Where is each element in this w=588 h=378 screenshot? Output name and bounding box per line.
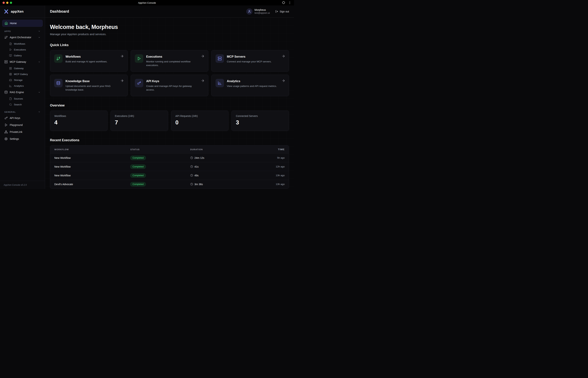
workflow-name: New Workflow	[54, 156, 130, 159]
log-out-icon	[275, 10, 278, 13]
arrow-right-icon	[120, 54, 124, 58]
workflow-name: New Workflow	[54, 165, 130, 168]
sidebar-item-label: Gallery	[14, 54, 22, 57]
sidebar-item-privatelink[interactable]: PrivateLink	[2, 128, 43, 135]
logo-text: appXen	[11, 10, 24, 14]
arrow-right-icon	[201, 54, 204, 58]
file-text-icon	[9, 42, 12, 45]
table-icon	[9, 73, 12, 76]
page-header: Dashboard Morpheus test@appxen.ai	[45, 5, 294, 18]
recent-executions-title: Recent Executions	[50, 138, 289, 142]
quick-link-card-analytics[interactable]: Analytics View usage patterns and API re…	[211, 75, 289, 96]
sidebar-group-label: RAG Engine	[10, 91, 24, 94]
sidebar-item-gallery[interactable]: Gallery	[2, 53, 43, 58]
window-title: AppXen Console	[138, 1, 156, 4]
duration-value: 41s	[194, 165, 199, 168]
close-window-button[interactable]	[2, 2, 5, 4]
stat-card-workflows: Workflows 4	[50, 110, 107, 131]
time-ago: 13h ago	[255, 174, 285, 177]
user-profile[interactable]: Morpheus test@appxen.ai	[246, 8, 270, 15]
sidebar-item-home[interactable]: Home	[2, 20, 43, 27]
quick-link-card-mcp-servers[interactable]: MCP Servers Connect and manage your MCP …	[211, 50, 289, 72]
sidebar-nav: Home APPS Agent Orchestrator	[0, 18, 45, 181]
zoom-window-button[interactable]	[10, 2, 12, 4]
file-icon	[9, 97, 12, 100]
stat-value: 3	[236, 119, 285, 126]
table-row[interactable]: New Workflow Completed 24m 12s 5h ago	[50, 153, 289, 162]
stat-value: 0	[175, 119, 224, 126]
stat-card-connected-servers: Connected Servers 3	[231, 110, 289, 131]
sidebar-item-storage[interactable]: Storage	[2, 77, 43, 83]
arrow-right-icon	[281, 54, 285, 58]
arrow-right-icon	[201, 79, 204, 82]
card-title: Workflows	[66, 55, 113, 58]
bar-chart-icon	[9, 84, 12, 87]
sidebar-item-label: Executions	[14, 48, 26, 51]
sidebar-item-settings[interactable]: Settings	[2, 135, 43, 142]
stat-label: Connected Servers	[236, 115, 285, 118]
table-row[interactable]: Devil's Advocate Completed 3m 36s 13h ag…	[50, 180, 289, 189]
minimize-window-button[interactable]	[6, 2, 8, 4]
quick-link-card-executions[interactable]: Executions Monitor running and completed…	[131, 50, 208, 72]
server-icon	[4, 60, 8, 64]
stat-card-executions-24h: Executions (24h) 7	[110, 110, 168, 131]
clock-icon	[190, 174, 193, 177]
quick-link-card-workflows[interactable]: Workflows Build and manage AI agent work…	[50, 50, 128, 72]
database-icon	[54, 79, 63, 87]
sidebar-item-label: Workflows	[14, 42, 25, 45]
status-badge: Completed	[130, 173, 146, 178]
duration-value: 49s	[194, 174, 199, 177]
recent-executions-table: WORKFLOW STATUS DURATION TIME New Workfl…	[50, 145, 289, 189]
clock-icon	[190, 183, 193, 186]
sidebar-group-rag-engine[interactable]: RAG Engine	[2, 89, 43, 96]
dashboard-content[interactable]: Welcome back, Morpheus Manage your AppXe…	[45, 18, 294, 189]
quick-link-card-api-keys[interactable]: API Keys Create and manage API keys for …	[131, 75, 208, 96]
stat-value: 4	[54, 119, 103, 126]
table-header-row: WORKFLOW STATUS DURATION TIME	[50, 146, 289, 153]
sidebar-footer: AppXen Console v0.2.0	[0, 181, 45, 189]
key-icon	[4, 116, 8, 120]
sign-out-button[interactable]: Sign out	[275, 10, 289, 13]
avatar	[246, 8, 253, 15]
network-icon	[4, 130, 8, 134]
card-title: MCP Servers	[227, 55, 277, 58]
arrow-right-icon	[281, 79, 285, 82]
search-icon	[9, 103, 12, 106]
card-title: Executions	[146, 55, 204, 58]
card-description: View usage patterns and API request metr…	[227, 84, 282, 88]
browser-menu-kebab-icon[interactable]	[288, 1, 292, 4]
sidebar-item-sources[interactable]: Sources	[2, 96, 43, 102]
sidebar-item-gateway[interactable]: Gateway	[2, 65, 43, 71]
workflow-name: Devil's Advocate	[54, 183, 130, 186]
page-title: Dashboard	[50, 9, 69, 14]
settings-gear-icon	[4, 137, 8, 140]
sidebar-group-agent-orchestrator[interactable]: Agent Orchestrator	[2, 34, 43, 41]
sidebar-item-search[interactable]: Search	[2, 102, 43, 108]
bar-chart-icon	[215, 79, 224, 87]
sidebar-group-mcp-gateway[interactable]: MCP Gateway	[2, 58, 43, 65]
sidebar-item-api-keys[interactable]: API Keys	[2, 115, 43, 122]
sidebar-section-apps[interactable]: APPS	[3, 30, 42, 32]
chevron-down-icon	[38, 36, 40, 39]
sidebar-item-analytics[interactable]: Analytics	[2, 83, 43, 89]
overview-title: Overview	[50, 104, 289, 108]
card-description: Build and manage AI agent workflows.	[66, 60, 113, 64]
quick-link-card-knowledge-base[interactable]: Knowledge Base Upload documents and sear…	[50, 75, 128, 96]
quick-links-title: Quick Links	[50, 43, 289, 47]
time-ago: 5h ago	[255, 156, 285, 159]
sidebar-section-general[interactable]: GENERAL	[3, 111, 42, 113]
column-header-duration: DURATION	[190, 148, 255, 150]
table-row[interactable]: New Workflow Completed 41s 12h ago	[50, 162, 289, 171]
sidebar-item-mcp-gallery[interactable]: MCP Gallery	[2, 71, 43, 77]
extensions-puzzle-icon[interactable]	[282, 1, 285, 4]
app-logo[interactable]: appXen	[0, 5, 45, 18]
sidebar-group-label: Agent Orchestrator	[10, 36, 31, 39]
table-row[interactable]: New Workflow Completed 49s 13h ago	[50, 171, 289, 180]
sidebar-item-executions[interactable]: Executions	[2, 47, 43, 53]
git-branch-icon	[4, 36, 8, 39]
sidebar-item-workflows[interactable]: Workflows	[2, 41, 43, 47]
duration-value: 24m 12s	[194, 156, 204, 159]
key-icon	[135, 79, 143, 87]
sidebar-item-playground[interactable]: Playground	[2, 122, 43, 128]
stat-card-api-requests-24h: API Requests (24h) 0	[171, 110, 229, 131]
